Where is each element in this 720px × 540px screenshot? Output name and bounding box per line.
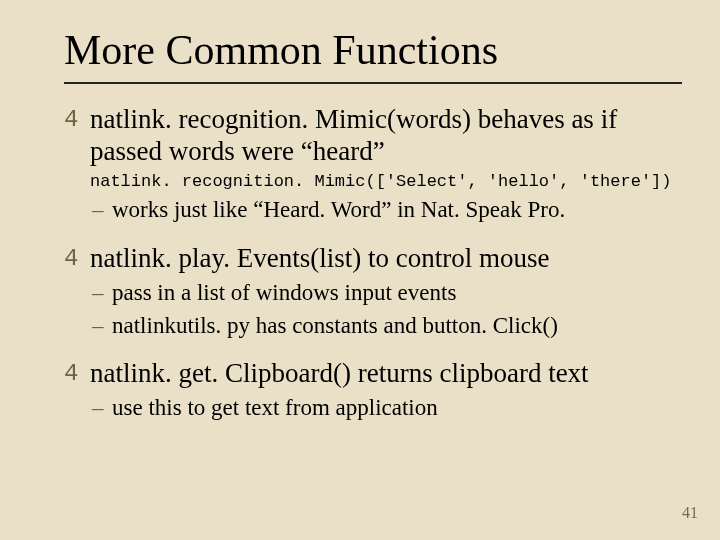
list-item-text: natlink. get. Clipboard() returns clipbo… xyxy=(90,358,589,388)
bullet-glyph: 4 xyxy=(64,106,78,134)
title-rule xyxy=(64,82,682,84)
list-item-text: natlink. recognition. Mimic(words) behav… xyxy=(90,104,617,166)
list-subitem: – works just like “Heard. Word” in Nat. … xyxy=(64,196,682,225)
dash-glyph: – xyxy=(92,279,104,308)
list-item: 4 natlink. get. Clipboard() returns clip… xyxy=(64,358,682,390)
dash-glyph: – xyxy=(92,196,104,225)
code-line: natlink. recognition. Mimic(['Select', '… xyxy=(90,172,682,192)
list-subitem: – use this to get text from application xyxy=(64,394,682,423)
list-subitem-text: works just like “Heard. Word” in Nat. Sp… xyxy=(112,197,565,222)
dash-glyph: – xyxy=(92,394,104,423)
page-number: 41 xyxy=(682,504,698,522)
bullet-list: 4 natlink. recognition. Mimic(words) beh… xyxy=(64,104,682,423)
list-subitem-text: natlinkutils. py has constants and butto… xyxy=(112,313,558,338)
dash-glyph: – xyxy=(92,312,104,341)
list-item: 4 natlink. recognition. Mimic(words) beh… xyxy=(64,104,682,168)
slide-title: More Common Functions xyxy=(64,28,682,72)
bullet-glyph: 4 xyxy=(64,360,78,388)
list-subitem: – natlinkutils. py has constants and but… xyxy=(64,312,682,341)
list-subitem-text: pass in a list of windows input events xyxy=(112,280,456,305)
list-subitem-text: use this to get text from application xyxy=(112,395,438,420)
bullet-glyph: 4 xyxy=(64,245,78,273)
list-item-text: natlink. play. Events(list) to control m… xyxy=(90,243,549,273)
list-item: 4 natlink. play. Events(list) to control… xyxy=(64,243,682,275)
list-subitem: – pass in a list of windows input events xyxy=(64,279,682,308)
